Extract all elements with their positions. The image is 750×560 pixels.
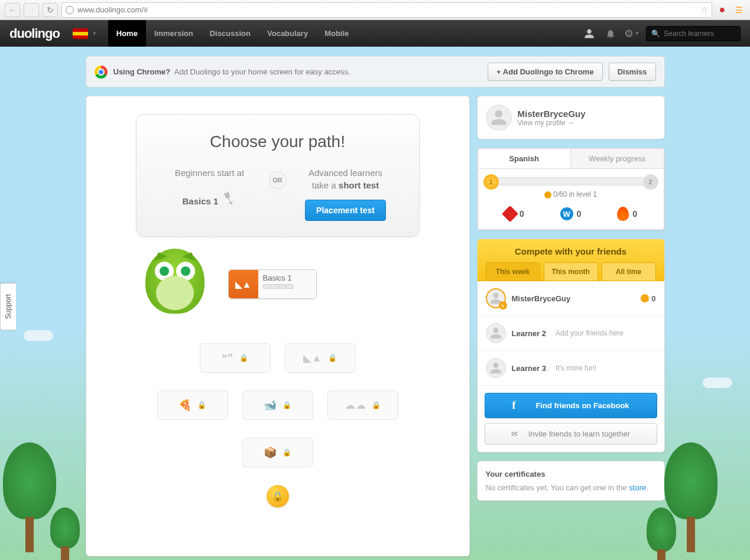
nav-immersion[interactable]: Immersion [146, 20, 202, 47]
beginner-path: Beginners start at Basics 1 ➷ [163, 167, 257, 211]
cloud-decoration [24, 330, 53, 341]
nav-mobile[interactable]: Mobile [316, 20, 357, 47]
level-start-badge: 1 [483, 174, 499, 190]
lock-icon: 🔒 [239, 354, 248, 362]
profile-card: MisterBryceGuy View my profile → [477, 96, 665, 139]
duo-owl-icon [145, 249, 210, 320]
leaderboard-tab-month[interactable]: This month [544, 262, 598, 281]
lock-icon: 🔒 [328, 354, 337, 362]
leaderboard-title: Compete with your friends [486, 246, 656, 256]
coin-icon [544, 191, 551, 198]
locked-skill[interactable]: ❝❞🔒 [200, 343, 271, 373]
back-button[interactable]: ← [5, 3, 20, 17]
choose-path-bubble: Choose your path! Beginners start at Bas… [136, 114, 420, 237]
leaderboard-row[interactable]: Learner 3 It's more fun! [478, 351, 664, 386]
words-icon: W [560, 207, 573, 220]
leaderboard-avatar [486, 358, 506, 378]
leaderboard-tab-alltime[interactable]: All time [602, 262, 656, 281]
locked-skill[interactable]: ◣▲🔒 [285, 343, 356, 373]
url-text: www.duolingo.com/# [77, 5, 148, 14]
arrow-down-icon: ➷ [217, 183, 241, 213]
or-divider: OR [269, 171, 287, 189]
level-progress-text: 0/60 in level 1 [486, 190, 655, 198]
lingot-stat[interactable]: 0 [504, 207, 524, 221]
advanced-path: Advanced learners take a short test Plac… [298, 167, 393, 221]
browser-toolbar: ← → ↻ www.duolingo.com/# ☆ ● ☰ [0, 0, 750, 20]
plurals-icon: ☁☁ [345, 399, 366, 412]
locked-skill[interactable]: 📦🔒 [242, 438, 313, 467]
locked-skill[interactable]: 🍕🔒 [157, 390, 228, 420]
lock-icon: 🔒 [283, 401, 291, 409]
bubble-title: Choose your path! [160, 132, 395, 151]
possession-icon: 📦 [264, 446, 277, 459]
dismiss-banner-button[interactable]: Dismiss [609, 63, 656, 81]
lock-icon: 🔒 [372, 401, 381, 409]
hamburger-menu-icon[interactable]: ☰ [732, 4, 745, 17]
nav-home[interactable]: Home [108, 20, 146, 47]
invite-friends-button[interactable]: ✉Invite friends to learn together [485, 423, 657, 445]
leaderboard-tab-week[interactable]: This week [486, 262, 540, 281]
forward-button[interactable]: → [24, 3, 39, 17]
globe-icon [66, 6, 74, 14]
nav-discussion[interactable]: Discussion [202, 20, 259, 47]
top-navigation: duolingo ▼ Home Immersion Discussion Voc… [0, 20, 750, 47]
tab-weekly-progress[interactable]: Weekly progress [571, 149, 664, 168]
profile-icon[interactable] [579, 20, 600, 47]
facebook-icon: f [512, 399, 524, 412]
placement-test-button[interactable]: Placement test [305, 200, 386, 221]
main-viewport: Support Using Chrome? Add Duolingo to yo… [0, 47, 750, 560]
lingot-icon [502, 206, 518, 222]
streak-stat[interactable]: 0 [617, 207, 637, 221]
pinterest-extension-icon[interactable]: ● [716, 4, 729, 17]
certificates-text: No certificates yet. You can get one in … [486, 483, 656, 492]
stats-card: Spanish Weekly progress 1 2 0/60 in leve… [477, 148, 665, 230]
tab-language[interactable]: Spanish [478, 149, 572, 168]
settings-gear-icon[interactable]: ⚙▼ [621, 20, 642, 47]
find-friends-facebook-button[interactable]: fFind friends on Facebook [485, 393, 657, 418]
profile-avatar[interactable] [486, 105, 512, 131]
bookmark-star-icon[interactable]: ☆ [700, 5, 708, 15]
level-progress-bar: 1 2 [486, 177, 655, 185]
leaderboard-avatar [486, 323, 506, 343]
animals-icon: 🐋 [264, 399, 277, 412]
notifications-bell-icon[interactable] [600, 20, 621, 47]
phrases-icon: ❝❞ [222, 351, 233, 364]
language-dropdown-caret-icon[interactable]: ▼ [92, 30, 98, 37]
duolingo-logo[interactable]: duolingo [9, 26, 60, 41]
search-input[interactable] [664, 30, 735, 38]
skill-label: Basics 1 [263, 274, 311, 282]
words-stat[interactable]: W0 [560, 207, 582, 221]
chrome-logo-icon [95, 66, 108, 79]
flame-icon [617, 207, 629, 221]
lock-icon: 🔒 [283, 448, 291, 457]
food-icon: 🍕 [178, 399, 191, 412]
checkpoint-icon[interactable]: 🔒 [267, 485, 289, 507]
language-flag-icon[interactable] [73, 28, 88, 39]
view-profile-link[interactable]: View my profile → [518, 119, 586, 127]
skill-progress-bar [263, 284, 311, 289]
coin-icon [641, 294, 649, 302]
certificates-title: Your certificates [486, 470, 656, 478]
certificates-card: Your certificates No certificates yet. Y… [477, 461, 665, 501]
skill-basics-1[interactable]: ◣▲ Basics 1 [228, 269, 317, 299]
basics2-icon: ◣▲ [303, 351, 322, 364]
lock-icon: 🔒 [197, 401, 206, 409]
store-link[interactable]: store [629, 483, 646, 492]
tree-decoration [47, 507, 83, 560]
level-end-badge: 2 [643, 174, 658, 190]
leaderboard-avatar: 1 [486, 288, 506, 308]
nav-vocabulary[interactable]: Vocabulary [259, 20, 316, 47]
add-to-chrome-button[interactable]: + Add Duolingo to Chrome [488, 63, 603, 81]
reload-button[interactable]: ↻ [43, 3, 58, 17]
leaderboard-row[interactable]: 1 MisterBryceGuy 0 [478, 281, 664, 316]
banner-text: Using Chrome? Add Duolingo to your home … [113, 67, 482, 76]
address-bar[interactable]: www.duolingo.com/# ☆ [61, 2, 712, 18]
locked-skill[interactable]: ☁☁🔒 [327, 390, 398, 420]
leaderboard-row[interactable]: Learner 2 Add your friends here [478, 316, 664, 351]
search-icon: 🔍 [651, 30, 660, 38]
tree-decoration [644, 507, 679, 560]
support-tab[interactable]: Support [0, 283, 16, 330]
chrome-install-banner: Using Chrome? Add Duolingo to your home … [86, 56, 665, 87]
locked-skill[interactable]: 🐋🔒 [242, 390, 313, 420]
search-learners-box[interactable]: 🔍 [646, 26, 741, 41]
